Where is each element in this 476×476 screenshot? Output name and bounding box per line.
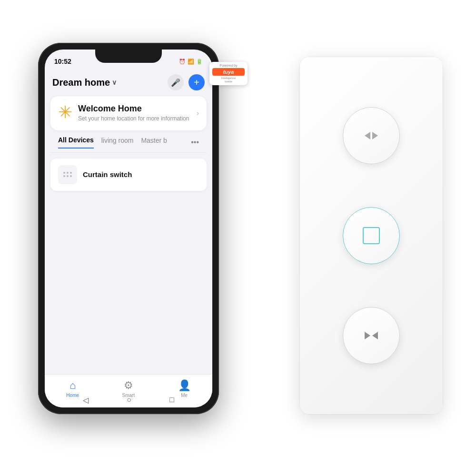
add-button[interactable]: +	[188, 74, 205, 90]
tuya-logo: tuya	[212, 68, 245, 76]
curtain-switch-card[interactable]: Curtain switch	[50, 159, 207, 191]
device-tabs: All Devices living room Master b •••	[50, 136, 207, 153]
home-nav-icon: ⌂	[69, 379, 76, 392]
phone-notch	[95, 50, 162, 63]
status-icons: ⏰ 📶 🔋	[179, 59, 203, 65]
stop-icon	[363, 227, 380, 244]
battery-icon: 🔋	[196, 59, 203, 65]
home-name-label: Dream home	[52, 77, 110, 88]
welcome-subtitle: Set your home location for more informat…	[78, 115, 189, 123]
curtain-open-button[interactable]	[343, 107, 400, 164]
tab-all-devices[interactable]: All Devices	[58, 136, 94, 149]
system-nav-bar: ◁ ○ □	[45, 396, 212, 406]
me-nav-icon: 👤	[178, 379, 191, 392]
phone: 10:52 ⏰ 📶 🔋 Dream home ∨ 🎤 +	[38, 43, 219, 414]
open-arrows-icon	[365, 132, 378, 139]
tab-living-room[interactable]: living room	[101, 137, 134, 148]
tuya-intel-text: IntelligenceInside	[212, 77, 245, 83]
phone-screen: 10:52 ⏰ 📶 🔋 Dream home ∨ 🎤 +	[45, 50, 212, 407]
welcome-card[interactable]: ✳ Welcome Home Set your home location fo…	[50, 96, 207, 130]
curtain-dots-icon	[63, 172, 72, 177]
tuya-badge: Powered by tuya IntelligenceInside	[209, 62, 248, 90]
welcome-text: Welcome Home Set your home location for …	[78, 104, 189, 123]
chevron-down-icon: ∨	[112, 79, 117, 86]
curtain-switch-panel	[300, 57, 443, 414]
alarm-icon: ⏰	[179, 59, 186, 65]
mic-button[interactable]: 🎤	[168, 74, 184, 90]
home-button[interactable]: ○	[127, 396, 131, 405]
tab-master-b[interactable]: Master b	[141, 137, 167, 148]
home-title[interactable]: Dream home ∨	[52, 77, 117, 88]
curtain-stop-button[interactable]	[343, 207, 400, 264]
app-header: Dream home ∨ 🎤 +	[45, 70, 212, 96]
device-list: Curtain switch	[45, 153, 212, 197]
tuya-badge-inner: Powered by tuya IntelligenceInside	[209, 62, 248, 85]
scene: 10:52 ⏰ 📶 🔋 Dream home ∨ 🎤 +	[24, 29, 452, 447]
close-arrows-icon	[365, 332, 378, 339]
device-icon	[58, 165, 77, 184]
curtain-close-button[interactable]	[343, 307, 400, 364]
recents-button[interactable]: □	[169, 396, 174, 405]
tuya-powered-text: Powered by	[212, 64, 245, 67]
sun-icon: ✳	[58, 104, 72, 121]
welcome-title: Welcome Home	[78, 104, 189, 114]
wifi-icon: 📶	[188, 59, 194, 65]
header-actions: 🎤 +	[168, 74, 205, 90]
back-button[interactable]: ◁	[83, 396, 89, 405]
curtain-switch-label: Curtain switch	[83, 170, 132, 178]
status-time: 10:52	[54, 58, 71, 65]
smart-nav-icon: ⚙	[124, 379, 133, 392]
welcome-chevron-icon: ›	[197, 109, 199, 118]
tab-more-icon[interactable]: •••	[191, 138, 199, 147]
